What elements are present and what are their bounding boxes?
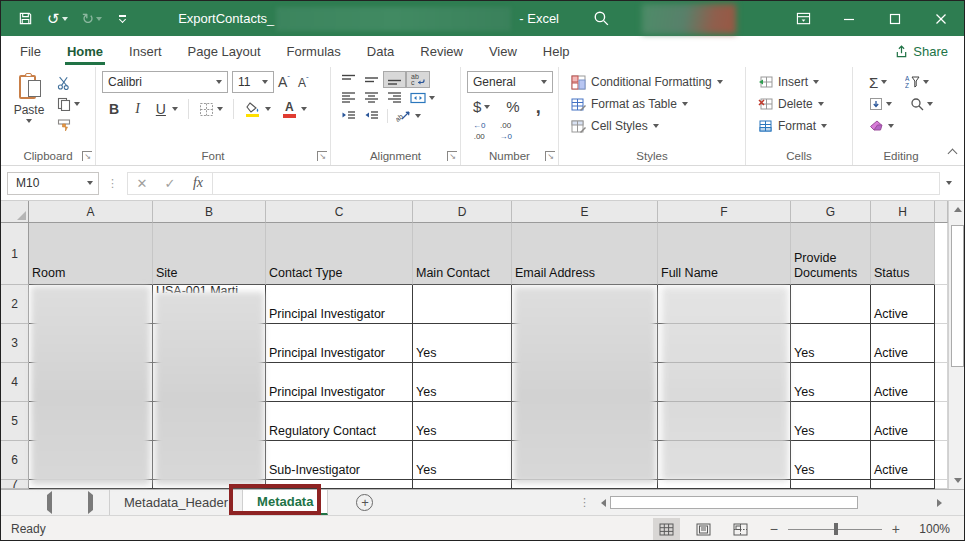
cell-f1[interactable]: Full Name xyxy=(658,223,791,285)
sheet-nav-left-icon[interactable] xyxy=(47,495,52,510)
sheet-tab-metadata[interactable]: Metadata xyxy=(243,490,328,515)
cell-c4[interactable]: Principal Investigator xyxy=(266,363,413,402)
clipboard-dialog-launcher-icon[interactable]: ↘ xyxy=(82,151,92,161)
cancel-icon[interactable]: ✕ xyxy=(128,176,156,191)
column-header-e[interactable]: E xyxy=(512,201,658,223)
cell-d6[interactable]: Yes xyxy=(413,441,512,480)
row-number-7[interactable]: 7 xyxy=(1,480,29,489)
align-right-button[interactable] xyxy=(383,89,406,106)
accounting-format-button[interactable]: $ xyxy=(469,96,494,117)
font-dialog-launcher-icon[interactable]: ↘ xyxy=(317,151,327,161)
tab-strip-splitter[interactable]: ⋮ xyxy=(579,496,596,509)
column-header-c[interactable]: C xyxy=(266,201,413,223)
cell-styles-button[interactable]: Cell Styles xyxy=(567,115,741,137)
enter-icon[interactable]: ✓ xyxy=(156,176,184,191)
cell-g5[interactable]: Yes xyxy=(791,402,871,441)
new-sheet-button[interactable]: + xyxy=(356,490,373,515)
row-number-6[interactable]: 6 xyxy=(1,441,29,480)
cell-a1[interactable]: Room xyxy=(29,223,153,285)
maximize-button[interactable] xyxy=(872,1,918,36)
tab-insert[interactable]: Insert xyxy=(116,36,175,67)
increase-indent-button[interactable] xyxy=(360,108,383,124)
zoom-slider[interactable] xyxy=(788,522,882,536)
fill-color-button[interactable] xyxy=(240,100,275,120)
delete-cells-button[interactable]: Delete xyxy=(754,93,848,115)
conditional-formatting-button[interactable]: Conditional Formatting xyxy=(567,71,741,93)
select-all-button[interactable] xyxy=(1,201,29,223)
orientation-button[interactable]: ab xyxy=(392,107,425,124)
page-break-preview-icon[interactable] xyxy=(727,518,754,540)
column-header-partial[interactable] xyxy=(935,201,948,223)
redo-dropdown-icon[interactable] xyxy=(96,17,102,21)
decrease-font-size-button[interactable]: Aˇ xyxy=(294,75,313,90)
comma-style-button[interactable]: , xyxy=(532,100,545,114)
vertical-scrollbar[interactable] xyxy=(948,201,965,489)
ribbon-display-options-icon[interactable] xyxy=(780,1,826,36)
cell-d3[interactable]: Yes xyxy=(413,324,512,363)
scroll-down-icon[interactable] xyxy=(949,472,965,489)
cell-g3[interactable]: Yes xyxy=(791,324,871,363)
row-number-1[interactable]: 1 xyxy=(1,223,29,285)
column-header-f[interactable]: F xyxy=(658,201,791,223)
merge-center-button[interactable] xyxy=(406,90,439,106)
cell-c2[interactable]: Principal Investigator xyxy=(266,285,413,324)
font-size-combo[interactable]: 11 xyxy=(232,71,274,93)
decrease-indent-button[interactable] xyxy=(337,108,360,124)
cell-d1[interactable]: Main Contact xyxy=(413,223,512,285)
cell-c3[interactable]: Principal Investigator xyxy=(266,324,413,363)
paste-button[interactable]: Paste xyxy=(7,71,51,123)
close-button[interactable] xyxy=(918,1,964,36)
cell-h6[interactable]: Active xyxy=(871,441,935,480)
vertical-scroll-thumb[interactable] xyxy=(951,225,964,367)
scroll-right-icon[interactable] xyxy=(932,499,946,507)
cut-button[interactable] xyxy=(53,74,91,92)
zoom-out-button[interactable]: − xyxy=(764,521,784,537)
search-icon[interactable] xyxy=(593,10,610,27)
cell-b1[interactable]: Site xyxy=(153,223,266,285)
collapse-ribbon-icon[interactable] xyxy=(948,149,958,159)
formula-bar-splitter[interactable]: ⋮ xyxy=(99,177,127,190)
zoom-slider-thumb[interactable] xyxy=(834,523,838,535)
number-format-combo[interactable]: General xyxy=(467,71,553,93)
cell-d5[interactable]: Yes xyxy=(413,402,512,441)
column-header-g[interactable]: G xyxy=(791,201,871,223)
minimize-button[interactable] xyxy=(826,1,872,36)
bottom-align-button[interactable] xyxy=(383,71,406,88)
page-layout-view-icon[interactable] xyxy=(690,518,717,540)
insert-cells-button[interactable]: Insert xyxy=(754,71,848,93)
undo-button[interactable]: ↺ xyxy=(42,6,73,32)
middle-align-button[interactable] xyxy=(360,71,383,88)
row-number-3[interactable]: 3 xyxy=(1,324,29,363)
scroll-up-icon[interactable] xyxy=(949,201,965,218)
column-header-h[interactable]: H xyxy=(871,201,935,223)
scroll-left-icon[interactable] xyxy=(596,499,610,507)
cell-g1[interactable]: Provide Documents xyxy=(791,223,871,285)
cell-g4[interactable]: Yes xyxy=(791,363,871,402)
tab-home[interactable]: Home xyxy=(54,36,116,67)
insert-function-icon[interactable]: fx xyxy=(184,175,212,191)
bold-button[interactable]: B xyxy=(102,100,126,118)
font-name-combo[interactable]: Calibri xyxy=(102,71,228,93)
format-painter-button[interactable] xyxy=(53,116,91,134)
tab-review[interactable]: Review xyxy=(407,36,476,67)
cell-h1[interactable]: Status xyxy=(871,223,935,285)
formula-input[interactable] xyxy=(213,172,940,195)
copy-button[interactable] xyxy=(53,95,91,113)
horizontal-scrollbar[interactable] xyxy=(596,494,946,511)
italic-button[interactable]: I xyxy=(128,100,147,118)
column-header-d[interactable]: D xyxy=(413,201,512,223)
top-align-button[interactable] xyxy=(337,71,360,88)
sheet-nav-right-icon[interactable] xyxy=(88,495,93,510)
cell-c1[interactable]: Contact Type xyxy=(266,223,413,285)
cell-d4[interactable]: Yes xyxy=(413,363,512,402)
tab-help[interactable]: Help xyxy=(530,36,583,67)
underline-button[interactable]: U xyxy=(149,99,182,119)
cell-c5[interactable]: Regulatory Contact xyxy=(266,402,413,441)
cell-e1[interactable]: Email Address xyxy=(512,223,658,285)
zoom-level[interactable]: 100% xyxy=(906,522,950,536)
fill-button[interactable] xyxy=(865,95,896,113)
find-select-button[interactable] xyxy=(906,95,937,113)
center-button[interactable] xyxy=(360,89,383,106)
tab-file[interactable]: File xyxy=(7,36,54,67)
number-dialog-launcher-icon[interactable]: ↘ xyxy=(545,151,555,161)
